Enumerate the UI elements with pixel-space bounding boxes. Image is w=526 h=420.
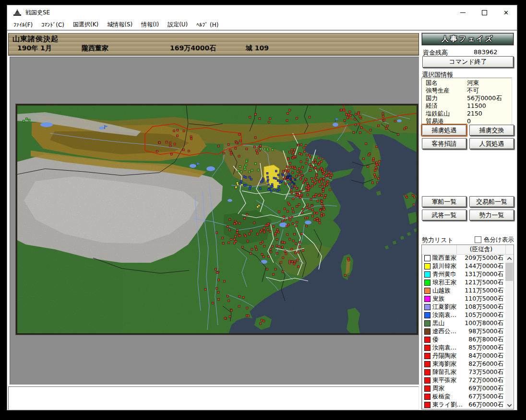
menu-settings[interactable]: 設定(U) xyxy=(163,20,192,30)
power-list-scrollbar[interactable] xyxy=(505,255,513,409)
power-list-button[interactable]: 勢力一覧 xyxy=(469,210,514,221)
faction-row[interactable]: 潁川韓家144万0000石 xyxy=(422,262,506,270)
chevron-down-icon xyxy=(507,402,512,407)
guest-general-invite-button[interactable]: 客将招請 xyxy=(422,138,466,149)
faction-color-swatch xyxy=(424,255,430,261)
value-column-header[interactable]: (臣従含) xyxy=(457,245,506,254)
faction-koku: 98万5000石 xyxy=(468,327,506,336)
window-controls: ✕ xyxy=(452,5,517,20)
faction-koku: 66万0000石 xyxy=(468,401,506,409)
faction-name: 琅邪王家 xyxy=(432,279,465,287)
faction-row[interactable]: 汝南袁…105万0000石 xyxy=(422,311,506,319)
faction-koku: 100万8000石 xyxy=(465,319,506,327)
country-info-row: 塩鉄鉱山2150 xyxy=(426,110,512,117)
faction-koku: 69万0000石 xyxy=(468,385,506,393)
faction-koku: 108万5000石 xyxy=(465,303,506,311)
strategy-map[interactable] xyxy=(16,105,418,334)
end-command-button[interactable]: コマンド終了 xyxy=(422,56,514,68)
map-frame xyxy=(16,104,418,335)
info-value: 0 xyxy=(467,117,471,125)
faction-name: 周家 xyxy=(432,385,468,393)
faction-koku: 105万0000石 xyxy=(465,311,506,319)
faction-koku: 131万0000石 xyxy=(465,270,506,279)
prisoner-treatment-button[interactable]: 捕虜処遇 xyxy=(422,125,466,136)
faction-name: 東海劉家 xyxy=(432,360,468,368)
info-label: 強弩生産 xyxy=(426,87,467,94)
menu-file[interactable]: ﾌｧｲﾙ(F) xyxy=(9,21,37,29)
faction-row[interactable]: 板楯蛮67万5000石 xyxy=(422,393,506,401)
menubar: ﾌｧｲﾙ(F)ｺﾏﾝﾄﾞ(C)国選択(K)城情報(S)情報(I)設定(U)ﾍﾙﾌ… xyxy=(7,20,517,31)
faction-name: 叟族 xyxy=(432,295,465,303)
name-column-header[interactable] xyxy=(422,245,457,254)
faction-name: 陳留孔家 xyxy=(432,368,468,376)
menu-country-select[interactable]: 国選択(K) xyxy=(69,20,103,30)
faction-row[interactable]: 青州黄巾131万0000石 xyxy=(422,270,506,279)
menu-info[interactable]: 情報(I) xyxy=(137,20,163,30)
faction-row[interactable]: 汝南袁…85万0000石 xyxy=(422,344,506,352)
faction-row[interactable]: 琅邪王家121万5000石 xyxy=(422,279,506,287)
country-info-row: 強弩生産不可 xyxy=(426,87,512,94)
faction-name: 汝南袁… xyxy=(432,311,465,319)
info-label: 貿易港 xyxy=(426,117,467,125)
power-list-box: (臣従含) 隴西董家209万5000石潁川韓家144万0000石青州黄巾131万… xyxy=(421,245,514,409)
faction-name: 東ライ劉… xyxy=(432,401,468,409)
info-value: 56万0000石 xyxy=(467,94,502,102)
faction-name: 黒山 xyxy=(432,319,465,327)
prisoner-exchange-button[interactable]: 捕虜交換 xyxy=(469,125,514,136)
faction-color-swatch xyxy=(424,312,430,318)
faction-row[interactable]: 叟族110万5000石 xyxy=(422,295,506,303)
faction-koku: 209万5000石 xyxy=(465,254,506,262)
funds-value: 883962 xyxy=(474,48,498,56)
faction-row[interactable]: 江夏劉家108万5000石 xyxy=(422,303,506,311)
faction-color-swatch xyxy=(424,263,430,269)
faction-koku: 84万0000石 xyxy=(468,352,506,360)
maximize-icon xyxy=(482,10,487,15)
castle-count: 城 109 xyxy=(246,44,269,53)
trade-ship-list-button[interactable]: 交易船一覧 xyxy=(469,196,514,207)
faction-row[interactable]: 黒山100万8000石 xyxy=(422,319,506,327)
faction-name: 板楯蛮 xyxy=(432,393,468,401)
faction-color-swatch xyxy=(424,385,430,392)
faction-row[interactable]: 周家69万0000石 xyxy=(422,385,506,393)
scroll-up-button[interactable] xyxy=(505,255,513,262)
faction-row[interactable]: 遼西公…98万5000石 xyxy=(422,327,506,336)
total-koku: 169万4000石 xyxy=(170,44,216,53)
menu-help[interactable]: ﾍﾙﾌﾟ (H) xyxy=(192,21,223,29)
faction-color-swatch xyxy=(424,345,430,351)
close-button[interactable]: ✕ xyxy=(495,5,517,20)
warship-list-button[interactable]: 軍船一覧 xyxy=(422,196,466,207)
faction-name: 汝南袁… xyxy=(432,344,468,352)
faction-name: 潁川韓家 xyxy=(432,262,465,270)
faction-row[interactable]: 隴西董家209万5000石 xyxy=(422,254,506,262)
power-list-column-header: (臣従含) xyxy=(422,245,514,255)
menu-command[interactable]: ｺﾏﾝﾄﾞ(C) xyxy=(37,21,69,29)
menu-castle-info[interactable]: 城情報(S) xyxy=(103,20,137,30)
faction-row[interactable]: 山越族111万5000石 xyxy=(422,287,506,295)
faction-row[interactable]: 東ライ劉…66万0000石 xyxy=(422,401,506,409)
close-icon: ✕ xyxy=(503,10,509,16)
scrollbar-thumb[interactable] xyxy=(505,263,513,281)
player-faction: 隴西董家 xyxy=(82,44,108,53)
scroll-down-button[interactable] xyxy=(505,401,513,409)
faction-row[interactable]: 倭86万8000石 xyxy=(422,336,506,344)
faction-row[interactable]: 東平張家72万0000石 xyxy=(422,376,506,385)
faction-koku: 72万0000石 xyxy=(468,376,506,385)
maximize-button[interactable] xyxy=(474,5,495,20)
minimize-button[interactable] xyxy=(452,5,474,20)
titlebar: 戦国史SE ✕ xyxy=(7,5,517,20)
scenario-title: 山東諸侯決起 xyxy=(12,35,59,44)
color-display-checkbox[interactable] xyxy=(475,236,481,243)
info-label: 国力 xyxy=(426,94,467,102)
faction-color-swatch xyxy=(424,328,430,335)
faction-koku: 85万0000石 xyxy=(468,344,506,352)
country-info-box: 国名河東強弩生産不可国力56万0000石経済11500塩鉄鉱山2150貿易港0 xyxy=(421,78,512,125)
faction-color-swatch xyxy=(424,361,430,367)
faction-row[interactable]: 丹陽陶家84万0000石 xyxy=(422,352,506,360)
hostage-treatment-button[interactable]: 人質処遇 xyxy=(469,138,514,149)
general-list-button[interactable]: 武将一覧 xyxy=(422,210,466,221)
faction-koku: 67万5000石 xyxy=(468,393,506,401)
list-button-grid: 軍船一覧交易船一覧武将一覧勢力一覧 xyxy=(422,196,514,221)
faction-row[interactable]: 東海劉家82万6000石 xyxy=(422,360,506,368)
header-status-row: 190年 1月 隴西董家 169万4000石 城 109 xyxy=(9,44,418,54)
faction-row[interactable]: 陳留孔家73万5000石 xyxy=(422,368,506,376)
